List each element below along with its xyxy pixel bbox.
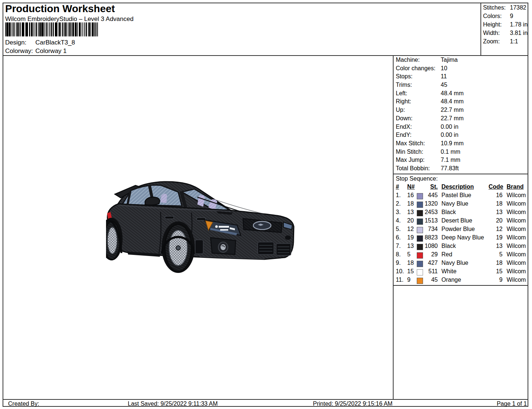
stop-row-description: Black (441, 209, 456, 216)
stop-sequence-header: # N# St. Description Code Brand (396, 184, 529, 192)
stop-row-needle: 12 (407, 226, 416, 232)
stop-row-number: 8. (396, 251, 406, 258)
stop-row-needle: 13 (407, 243, 416, 249)
stop-row-description: Orange (441, 277, 461, 283)
machine-info-label: Machine: (396, 57, 420, 63)
thread-color-swatch (417, 261, 423, 267)
machine-info-value: 77.83ft (441, 165, 459, 172)
summary-value: 3.81 in (510, 30, 528, 36)
thread-color-swatch (417, 210, 423, 216)
thread-color-swatch (417, 278, 423, 284)
stop-row-number: 2. (396, 200, 406, 207)
footer-printed: Printed: 9/25/2022 9:15:16 AM (313, 401, 392, 407)
column-header-code: Code (489, 184, 503, 190)
software-subtitle: Wilcom EmbroideryStudio – Level 3 Advanc… (5, 15, 134, 23)
machine-info-row: Stops:11 (396, 73, 528, 82)
stop-sequence-bottom-divider (394, 285, 528, 286)
summary-label: Width: (483, 30, 500, 36)
stop-sequence-row: 6.198823Deep Navy Blue19Wilcom (396, 234, 529, 243)
column-header-brand: Brand (507, 184, 524, 190)
machine-info-label: Right: (396, 98, 411, 105)
stop-sequence-row: 3.132453Black13Wilcom (396, 209, 529, 217)
stop-row-number: 3. (396, 209, 406, 216)
stop-row-brand: Wilcom (507, 251, 526, 258)
design-value: CarBlackT3_8 (35, 39, 75, 46)
colorway-label: Colorway: (5, 47, 33, 55)
stop-row-needle: 5 (407, 251, 416, 258)
machine-info-value: 0.1 mm (441, 149, 460, 155)
summary-label: Zoom: (483, 38, 500, 45)
stop-row-description: Black (441, 243, 456, 249)
stop-row-stitches: 8823 (424, 234, 438, 241)
stop-row-needle: 19 (407, 234, 416, 241)
stop-row-stitches: 29 (424, 251, 438, 258)
stop-row-description: Desert Blue (441, 217, 472, 224)
colorway-value: Colorway 1 (35, 47, 67, 55)
stop-row-description: Deep Navy Blue (441, 234, 484, 241)
summary-label: Height: (483, 21, 502, 28)
thread-color-swatch (417, 218, 423, 225)
machine-info-label: Min Stitch: (396, 149, 423, 155)
machine-info-label: Color changes: (396, 65, 436, 72)
stop-row-needle: 16 (407, 192, 416, 199)
summary-value: 17382 (510, 4, 526, 11)
machine-info-row: Up:22.7 mm (396, 107, 528, 115)
stop-sequence-row: 7.131080Black13Wilcom (396, 243, 529, 251)
stop-sequence-row: 8.529Red5Wilcom (396, 251, 529, 260)
stop-row-number: 10. (396, 268, 406, 275)
page-title: Production Worksheet (5, 3, 115, 15)
stop-row-code: 15 (489, 268, 503, 275)
stop-row-number: 6. (396, 234, 406, 241)
stop-row-brand: Wilcom (507, 209, 526, 216)
machine-info-value: 7.1 mm (441, 157, 460, 163)
thread-color-swatch (417, 227, 423, 233)
machine-info-bottom-divider (394, 174, 528, 174)
column-header-num: # (396, 184, 406, 190)
stop-row-needle: 13 (407, 209, 416, 216)
stop-sequence-row: 4.201513Desert Blue20Wilcom (396, 217, 529, 226)
footer-top-divider (3, 399, 528, 400)
machine-info-label: EndX: (396, 124, 412, 130)
stop-row-description: White (441, 268, 457, 275)
stop-row-brand: Wilcom (507, 217, 526, 224)
stop-row-needle: 15 (407, 268, 416, 275)
machine-info-label: Stops: (396, 73, 412, 80)
machine-info-label: Max Stitch: (396, 140, 425, 147)
machine-info-value: 10.9 mm (441, 140, 464, 147)
thread-color-swatch (417, 193, 423, 199)
summary-value: 9 (510, 13, 513, 19)
summary-label: Stitches: (483, 4, 505, 11)
stop-sequence-row: 10.15511White15Wilcom (396, 268, 529, 277)
stop-row-needle: 18 (407, 200, 416, 207)
info-panel-left-divider (393, 56, 394, 399)
stop-row-stitches: 2453 (424, 209, 438, 216)
machine-info-value: 0.00 in (441, 124, 458, 130)
stop-sequence-row: 11.945Orange9Wilcom (396, 277, 529, 285)
stop-row-brand: Wilcom (507, 243, 526, 249)
machine-info-row: Min Stitch:0.1 mm (396, 149, 528, 157)
stop-row-number: 11. (396, 277, 406, 283)
stop-row-brand: Wilcom (507, 277, 526, 283)
machine-info-value: 22.7 mm (441, 107, 464, 113)
machine-info-label: Max Jump: (396, 157, 424, 163)
machine-info-value: 48.4 mm (441, 90, 464, 97)
stop-row-description: Powder Blue (441, 226, 475, 232)
machine-info-row: Machine:Tajima (396, 57, 528, 65)
thread-color-swatch (417, 244, 423, 250)
stop-row-description: Navy Blue (441, 200, 468, 207)
stop-row-number: 5. (396, 226, 406, 232)
stop-row-stitches: 1513 (424, 217, 438, 224)
thread-color-swatch (417, 202, 423, 208)
stop-row-number: 9. (396, 260, 406, 266)
thread-color-swatch (417, 252, 423, 259)
stop-row-number: 4. (396, 217, 406, 224)
stop-row-brand: Wilcom (507, 234, 526, 241)
machine-info-label: Total Bobbin: (396, 165, 430, 172)
stop-row-code: 18 (489, 200, 503, 207)
column-header-stitches: St. (424, 184, 438, 190)
machine-info-value: Tajima (441, 57, 458, 63)
machine-info-value: 48.4 mm (441, 98, 464, 105)
thread-color-swatch (417, 235, 423, 242)
stop-row-code: 5 (489, 251, 503, 258)
stop-row-brand: Wilcom (507, 200, 526, 207)
